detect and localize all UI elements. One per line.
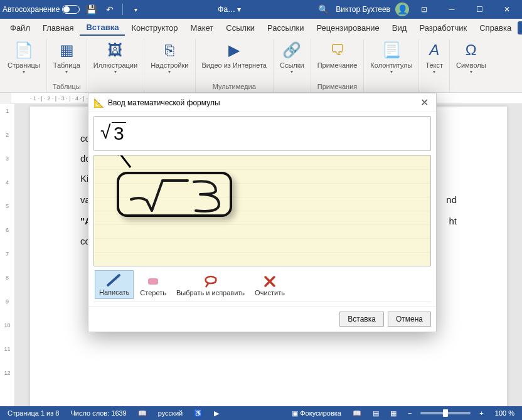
focus-icon: ▣ <box>292 409 298 417</box>
zoom-out-button[interactable]: − <box>405 409 414 417</box>
read-mode-icon[interactable]: 📖 <box>350 409 364 417</box>
chevron-down-icon: ▾ <box>290 69 293 75</box>
pen-icon <box>105 272 123 288</box>
addins-button[interactable]: ⎘Надстройки▾ <box>147 39 192 76</box>
table-button[interactable]: ▦Таблица▾ <box>50 39 84 76</box>
comment-button[interactable]: 🗨Примечание <box>314 39 361 70</box>
tool-select-button[interactable]: Выбрать и исправить <box>173 271 248 299</box>
status-word-count[interactable]: Число слов: 1639 <box>68 409 129 417</box>
status-page[interactable]: Страница 1 из 8 <box>5 409 61 417</box>
tool-clear-label: Очистить <box>255 289 285 297</box>
user-avatar[interactable]: 👤 <box>395 3 409 16</box>
tool-erase-label: Стереть <box>140 289 166 297</box>
dialog-close-button[interactable]: ✕ <box>418 97 431 108</box>
chevron-down-icon: ▾ <box>114 69 117 75</box>
dialog-cancel-button[interactable]: Отмена <box>388 312 431 327</box>
tab-help[interactable]: Справка <box>473 21 518 35</box>
status-bar: Страница 1 из 8 Число слов: 1639 📖 русск… <box>0 406 522 420</box>
save-icon[interactable]: 💾 <box>83 2 99 17</box>
dialog-title: Ввод математической формулы <box>108 98 220 107</box>
print-layout-icon[interactable]: ▤ <box>370 409 381 417</box>
tool-erase-button[interactable]: Стереть <box>136 271 170 299</box>
ribbon-display-icon[interactable]: ⊡ <box>412 1 437 18</box>
close-icon[interactable]: ✕ <box>494 1 519 18</box>
lasso-icon <box>202 273 220 289</box>
user-name: Виктор Бухтеев <box>336 5 390 14</box>
handwritten-formula-icon <box>128 174 235 218</box>
tab-insert[interactable]: Вставка <box>80 20 125 36</box>
tab-file[interactable]: Файл <box>4 21 36 35</box>
zoom-level[interactable]: 100 % <box>493 409 517 417</box>
dialog-insert-button[interactable]: Вставка <box>339 312 384 327</box>
undo-icon[interactable]: ↶ <box>102 2 117 17</box>
chevron-down-icon: ▾ <box>470 69 472 75</box>
tab-review[interactable]: Рецензирование <box>310 21 385 35</box>
autosave-label: Автосохранение <box>3 5 60 14</box>
search-icon[interactable]: 🔍 <box>316 2 331 17</box>
header-footer-icon: 📃 <box>382 40 401 60</box>
chevron-down-icon: ▾ <box>65 69 68 75</box>
status-macros-icon[interactable]: ▶ <box>211 409 221 417</box>
ink-canvas[interactable] <box>93 155 431 266</box>
pages-button[interactable]: 📄Страницы▾ <box>4 39 44 76</box>
math-input-icon: 📐 <box>93 98 104 108</box>
vertical-ruler: 123456789101112 <box>0 104 15 406</box>
clear-icon <box>261 273 279 289</box>
web-layout-icon[interactable]: ▦ <box>388 409 399 417</box>
group-media-label: Мультимедиа <box>213 81 256 92</box>
pages-icon: 📄 <box>14 40 33 60</box>
toggle-icon <box>62 5 80 14</box>
document-title[interactable]: Фа… ▾ <box>143 5 316 14</box>
share-button[interactable]: ➦Поделиться <box>518 21 522 34</box>
dialog-titlebar: 📐 Ввод математической формулы ✕ <box>88 93 436 112</box>
zoom-slider[interactable] <box>420 412 471 414</box>
symbols-icon: Ω <box>466 40 477 60</box>
tab-layout[interactable]: Макет <box>184 21 220 35</box>
chevron-down-icon: ▾ <box>433 69 435 75</box>
headers-button[interactable]: 📃Колонтитулы▾ <box>366 39 416 76</box>
video-icon: ▶ <box>228 40 240 60</box>
tab-home[interactable]: Главная <box>36 21 80 35</box>
text-icon: A <box>429 40 439 60</box>
minimize-icon[interactable]: ─ <box>439 1 464 18</box>
link-icon: 🔗 <box>282 40 301 60</box>
focus-mode-button[interactable]: ▣Фокусировка <box>289 409 344 417</box>
table-icon: ▦ <box>60 40 74 60</box>
links-button[interactable]: 🔗Ссылки▾ <box>276 39 308 76</box>
math-input-dialog: 📐 Ввод математической формулы ✕ √ √3 3 <box>88 93 437 332</box>
tab-references[interactable]: Ссылки <box>220 21 261 35</box>
tool-write-button[interactable]: Написать <box>95 270 134 299</box>
comment-icon: 🗨 <box>330 40 345 60</box>
ribbon: 📄Страницы▾ ▦Таблица▾ Таблицы 🖼Иллюстраци… <box>0 36 522 93</box>
text-button[interactable]: AТекст▾ <box>422 39 447 76</box>
illustrations-button[interactable]: 🖼Иллюстрации▾ <box>90 39 141 76</box>
status-language[interactable]: русский <box>156 409 185 417</box>
tool-clear-button[interactable]: Очистить <box>251 271 289 299</box>
maximize-icon[interactable]: ☐ <box>467 1 492 18</box>
chevron-down-icon: ▾ <box>23 69 25 75</box>
illustrations-icon: 🖼 <box>108 40 123 60</box>
tool-select-label: Выбрать и исправить <box>176 289 245 297</box>
ink-tools: Написать Стереть Выбрать и исправить Очи… <box>93 266 431 302</box>
online-video-button[interactable]: ▶Видео из Интернета <box>198 39 270 70</box>
ribbon-tabs: Файл Главная Вставка Конструктор Макет С… <box>0 19 522 36</box>
status-spellcheck-icon[interactable]: 📖 <box>136 409 149 417</box>
status-accessibility-icon[interactable]: ♿ <box>191 409 205 417</box>
chevron-down-icon: ▾ <box>168 69 171 75</box>
zoom-in-button[interactable]: + <box>477 409 486 417</box>
group-tables-label: Таблицы <box>53 81 81 92</box>
formula-preview: √ √3 3 <box>93 116 431 151</box>
group-comments-label: Примечания <box>317 81 358 92</box>
symbols-button[interactable]: ΩСимволы▾ <box>452 39 490 76</box>
tab-developer[interactable]: Разработчик <box>413 21 473 35</box>
tool-write-label: Написать <box>99 288 129 296</box>
autosave-toggle[interactable]: Автосохранение <box>3 5 80 14</box>
svg-rect-3 <box>148 278 158 285</box>
annotation-arrow-icon <box>113 155 138 171</box>
eraser-icon <box>144 273 162 289</box>
tab-design[interactable]: Конструктор <box>125 21 184 35</box>
tab-view[interactable]: Вид <box>386 21 413 35</box>
chevron-down-icon: ▾ <box>390 69 393 75</box>
tab-mail[interactable]: Рассылки <box>261 21 310 35</box>
customize-qat-icon[interactable]: ▾ <box>128 2 143 17</box>
